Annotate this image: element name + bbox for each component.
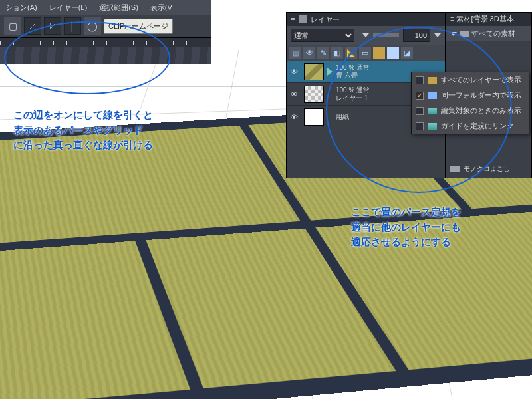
horizontal-ruler [0, 37, 211, 47]
menu-item-label: ガイドを定規にリンク [441, 121, 514, 131]
snap-ruler-icon[interactable]: │ [64, 17, 81, 35]
snap-perspective-icon[interactable]: ⟀ [44, 17, 61, 35]
layer-thumbnail [304, 86, 324, 103]
layer-opacity-label: 100 % [336, 86, 354, 94]
checkbox-checked[interactable] [416, 92, 424, 100]
folder-icon [450, 166, 460, 172]
layer-name-label: レイヤー 1 [336, 94, 370, 102]
material-all-label: すべての素材 [471, 29, 515, 39]
clip-homepage-button[interactable]: CLIPホームページ [104, 19, 173, 34]
menu-action[interactable]: ション(A) [5, 3, 37, 12]
canvas-edge-strip [0, 47, 211, 64]
layer-mode-label: 通常 [356, 86, 370, 94]
layer-opacity-label: 100 % [336, 64, 354, 71]
chevron-down-icon [450, 32, 457, 36]
layers-icon [299, 15, 307, 23]
material-tree-root[interactable]: すべての素材 [446, 26, 531, 41]
checkbox[interactable] [416, 107, 424, 115]
snap-ellipse-icon[interactable]: ◯ [84, 17, 101, 35]
menu-item-link-guide-ruler[interactable]: ガイドを定規にリンク [412, 118, 529, 134]
layer-name-label: 畳 六畳 [336, 72, 370, 80]
layer-mode-row: 通常 100 [287, 26, 445, 45]
lock-group-icon[interactable]: ▥ [289, 47, 301, 59]
material-panel-title: 素材[背景 3D基本 [456, 15, 513, 23]
opacity-slider[interactable] [373, 33, 399, 37]
layer-mode-label: 通常 [356, 64, 370, 71]
folder-blue-icon[interactable] [387, 47, 399, 59]
folder-blue-icon [428, 92, 437, 99]
blend-mode-select[interactable]: 通常 [291, 29, 354, 42]
menu-layer[interactable]: レイヤー(L) [49, 3, 87, 12]
material-panel-tab[interactable]: ≡ 素材[背景 3D基本 [446, 13, 531, 26]
menu-item-show-same-folder[interactable]: 同一フォルダー内で表示 [412, 88, 529, 103]
layer-thumbnail [304, 108, 324, 126]
menu-bar: ション(A) レイヤー(L) 選択範囲(S) 表示(V [0, 0, 211, 15]
mask-icon[interactable]: ◧ [331, 47, 343, 59]
folder-icon [460, 31, 469, 37]
material-footer-item[interactable]: モノクロよごし [446, 160, 531, 178]
folder-yellow-icon [428, 77, 437, 84]
opacity-value[interactable]: 100 [403, 29, 430, 42]
snap-square-icon[interactable]: ▢ [4, 17, 21, 35]
ruler-icon [428, 108, 437, 114]
layers-panel-tab[interactable]: ≡ レイヤー [287, 13, 445, 26]
layer-name-label: 用紙 [336, 113, 349, 121]
overlay-icon[interactable]: ◪ [401, 47, 413, 59]
ruler-layer-icon[interactable]: 📐 [345, 47, 357, 59]
checkbox[interactable] [416, 122, 424, 130]
layers-panel-title: レイヤー [311, 15, 340, 25]
ruler-badge-icon [327, 68, 332, 76]
menu-item-label: 編集対象のときのみ表示 [441, 106, 521, 116]
menu-select[interactable]: 選択範囲(S) [99, 3, 138, 12]
menu-item-label: 同一フォルダー内で表示 [441, 90, 521, 100]
clip-icon[interactable]: ▭ [359, 47, 371, 59]
eye-toggle-icon[interactable]: 👁 [303, 47, 315, 59]
toolbar-snippet: ション(A) レイヤー(L) 選択範囲(S) 表示(V ▢ ⟋ ⟀ │ ◯ CL… [0, 0, 211, 64]
checkbox[interactable] [416, 76, 424, 84]
visibility-toggle[interactable]: 👁 [287, 113, 301, 121]
visibility-toggle[interactable]: 👁 [287, 68, 301, 76]
layer-icon-row: ▥ 👁 ✎ ◧ 📐 ▭ ◪ [287, 45, 445, 61]
snap-angle-icon[interactable]: ⟋ [24, 17, 41, 35]
menu-item-show-edit-only[interactable]: 編集対象のときのみ表示 [412, 103, 529, 118]
menu-item-show-all-layers[interactable]: すべてのレイヤーで表示 [412, 72, 529, 88]
folder-yellow-icon[interactable] [373, 47, 385, 59]
annotation-text-right: ここで畳のパース定規を適当に他のレイヤーにも適応させるようにする [351, 205, 461, 250]
snap-tool-row: ▢ ⟋ ⟀ │ ◯ CLIPホームページ [0, 15, 211, 37]
layer-thumbnail [304, 63, 324, 80]
annotation-text-left: この辺をオンにして線を引くと表示のあるパースやグリッドに沿った真っ直ぐな線が引け… [13, 108, 153, 153]
pen-icon[interactable]: ✎ [317, 47, 329, 59]
visibility-toggle[interactable]: 👁 [287, 90, 301, 98]
material-footer-label: モノクロよごし [464, 164, 510, 174]
chevron-down-icon[interactable] [362, 33, 369, 37]
opacity-stepper-icon[interactable] [434, 33, 441, 37]
ruler-icon [428, 123, 437, 130]
menu-view[interactable]: 表示(V [150, 3, 172, 12]
menu-item-label: すべてのレイヤーで表示 [441, 75, 521, 85]
ruler-visibility-context-menu: すべてのレイヤーで表示 同一フォルダー内で表示 編集対象のときのみ表示 ガイドを… [411, 72, 529, 134]
